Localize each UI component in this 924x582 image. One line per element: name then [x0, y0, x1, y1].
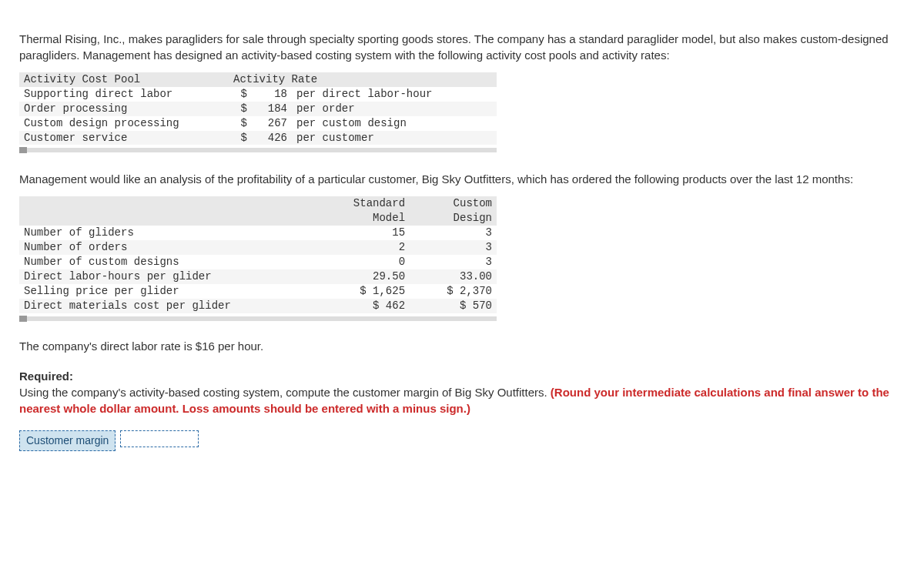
t2-std: 0	[323, 255, 410, 269]
scrollbar[interactable]	[19, 148, 497, 152]
t1-header-rate: Activity Rate	[229, 72, 497, 87]
t2-label: Number of orders	[19, 240, 323, 255]
t2-cus: $ 570	[410, 299, 497, 313]
t2-label: Number of gliders	[19, 226, 323, 240]
t1-pool: Custom design processing	[19, 116, 229, 131]
intro-paragraph: Thermal Rising, Inc., makes paragliders …	[19, 31, 905, 63]
t2-cus: $ 2,370	[410, 284, 497, 299]
required-text: Using the company's activity-based costi…	[19, 386, 551, 399]
t1-unit: per order	[292, 102, 497, 116]
t2-label: Selling price per glider	[19, 284, 323, 299]
t1-cur: $	[229, 102, 252, 116]
labor-rate-line: The company's direct labor rate is $16 p…	[19, 338, 905, 354]
scroll-thumb-left[interactable]	[19, 147, 27, 153]
t1-pool: Supporting direct labor	[19, 87, 229, 102]
t2-h-cus1: Custom	[410, 196, 497, 211]
t1-cur: $	[229, 131, 252, 146]
answer-row: Customer margin	[19, 430, 905, 452]
t2-label: Number of custom designs	[19, 255, 323, 269]
table-row: Selling price per glider $ 1,625 $ 2,370	[19, 284, 497, 299]
table-row: Direct labor-hours per glider 29.50 33.0…	[19, 269, 497, 284]
t2-std: 29.50	[323, 269, 410, 284]
t1-unit: per customer	[292, 131, 497, 146]
t2-std: $ 1,625	[323, 284, 410, 299]
t2-std: 15	[323, 226, 410, 240]
scrollbar[interactable]	[19, 316, 497, 321]
t1-amt: 267	[252, 116, 292, 131]
t2-cus: 3	[410, 240, 497, 255]
table-row: Number of orders 2 3	[19, 240, 497, 255]
t2-std: $ 462	[323, 299, 410, 313]
required-label: Required:	[19, 370, 73, 383]
t1-amt: 184	[252, 102, 292, 116]
t1-amt: 426	[252, 131, 292, 146]
t1-pool: Customer service	[19, 131, 229, 146]
t2-label: Direct materials cost per glider	[19, 299, 323, 313]
t2-h-std1: Standard	[323, 196, 410, 211]
scroll-thumb-left[interactable]	[19, 316, 27, 322]
mid-paragraph: Management would like an analysis of the…	[19, 171, 905, 187]
table-row: Direct materials cost per glider $ 462 $…	[19, 299, 497, 313]
t2-cus: 3	[410, 255, 497, 269]
t1-cur: $	[229, 87, 252, 102]
table-row: Number of custom designs 0 3	[19, 255, 497, 269]
table-row: Number of gliders 15 3	[19, 226, 497, 240]
activity-rate-table: Activity Cost Pool Activity Rate Support…	[19, 72, 905, 152]
t2-h-cus2: Design	[410, 211, 497, 226]
customer-margin-label: Customer margin	[19, 430, 116, 452]
t1-unit: per direct labor-hour	[292, 87, 497, 102]
table-row: Custom design processing $ 267 per custo…	[19, 116, 497, 131]
t2-std: 2	[323, 240, 410, 255]
t1-cur: $	[229, 116, 252, 131]
t1-unit: per custom design	[292, 116, 497, 131]
table-row: Customer service $ 426 per customer	[19, 131, 497, 146]
t1-amt: 18	[252, 87, 292, 102]
t1-pool: Order processing	[19, 102, 229, 116]
t1-header-pool: Activity Cost Pool	[19, 72, 229, 87]
t2-label: Direct labor-hours per glider	[19, 269, 323, 284]
t2-cus: 3	[410, 226, 497, 240]
t2-cus: 33.00	[410, 269, 497, 284]
customer-data-table: Standard Custom Model Design Number of g…	[19, 196, 905, 320]
table-row: Order processing $ 184 per order	[19, 102, 497, 116]
table-row: Supporting direct labor $ 18 per direct …	[19, 87, 497, 102]
customer-margin-input[interactable]	[120, 430, 199, 447]
t2-h-std2: Model	[323, 211, 410, 226]
